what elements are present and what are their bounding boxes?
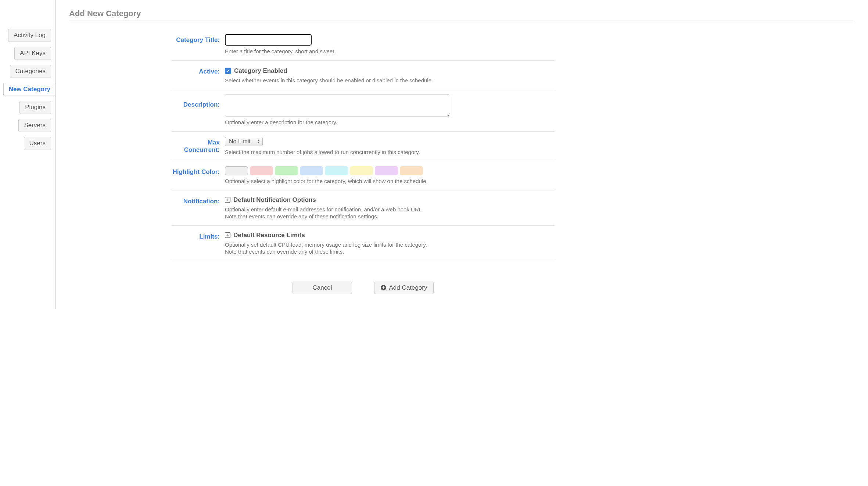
expand-icon [225, 232, 230, 238]
hint-notification: Optionally enter default e-mail addresse… [225, 206, 554, 220]
sidebar-item-api-keys[interactable]: API Keys [14, 47, 51, 60]
swatch-red[interactable] [250, 166, 273, 175]
swatch-blue[interactable] [300, 166, 323, 175]
category-form: Category Title: Enter a title for the ca… [172, 34, 554, 294]
sidebar-item-new-category[interactable]: New Category [3, 83, 55, 96]
page-title: Add New Category [69, 9, 853, 21]
row-notification: Notification: Default Notification Optio… [172, 190, 554, 226]
chevron-updown-icon: ▲▼ [257, 139, 260, 144]
hint-description: Optionally enter a description for the c… [225, 119, 554, 126]
label-active: Active: [172, 66, 220, 84]
label-notification: Notification: [172, 196, 220, 220]
swatch-none[interactable] [225, 166, 248, 175]
swatch-purple[interactable] [375, 166, 398, 175]
label-description: Description: [172, 94, 220, 126]
color-swatches [225, 166, 554, 175]
expand-icon [225, 197, 230, 203]
swatch-yellow[interactable] [350, 166, 373, 175]
limits-expander-label: Default Resource Limits [233, 232, 305, 239]
row-highlight: Highlight Color: Optionally select a hig… [172, 161, 554, 190]
notification-expander[interactable]: Default Notification Options [225, 196, 554, 204]
sidebar-item-plugins[interactable]: Plugins [19, 101, 51, 114]
checkbox-icon: ✓ [225, 68, 231, 74]
description-input[interactable] [225, 94, 450, 117]
cancel-button[interactable]: Cancel [293, 282, 352, 294]
label-max-concurrent: Max Concurrent: [172, 137, 220, 156]
hint-limits: Optionally set default CPU load, memory … [225, 241, 554, 255]
active-check-wrapper[interactable]: ✓ Category Enabled [225, 66, 554, 75]
swatch-orange[interactable] [400, 166, 423, 175]
hint-active: Select whether events in this category s… [225, 77, 554, 84]
sidebar-item-servers[interactable]: Servers [18, 119, 51, 132]
hint-title: Enter a title for the category, short an… [225, 48, 554, 55]
label-limits: Limits: [172, 231, 220, 255]
max-concurrent-value: No Limit [229, 138, 251, 145]
cancel-label: Cancel [313, 284, 332, 292]
add-category-button[interactable]: Add Category [374, 282, 434, 294]
main-panel: Add New Category Category Title: Enter a… [56, 0, 868, 309]
button-row: Cancel Add Category [172, 282, 554, 294]
row-description: Description: Optionally enter a descript… [172, 89, 554, 132]
active-check-label: Category Enabled [234, 67, 287, 75]
hint-highlight: Optionally select a highlight color for … [225, 178, 554, 185]
sidebar-item-users[interactable]: Users [24, 137, 51, 150]
row-title: Category Title: Enter a title for the ca… [172, 34, 554, 61]
plus-circle-icon [381, 285, 386, 290]
swatch-cyan[interactable] [325, 166, 348, 175]
hint-max-concurrent: Select the maximum number of jobs allowe… [225, 149, 554, 156]
row-active: Active: ✓ Category Enabled Select whethe… [172, 61, 554, 90]
row-limits: Limits: Default Resource Limits Optional… [172, 226, 554, 261]
sidebar-item-activity-log[interactable]: Activity Log [8, 29, 51, 42]
submit-label: Add Category [389, 284, 427, 292]
row-max-concurrent: Max Concurrent: No Limit ▲▼ Select the m… [172, 132, 554, 161]
swatch-green[interactable] [275, 166, 298, 175]
label-title: Category Title: [172, 34, 220, 55]
sidebar: Activity Log API Keys Categories New Cat… [0, 0, 56, 309]
max-concurrent-select[interactable]: No Limit ▲▼ [225, 137, 263, 146]
label-highlight: Highlight Color: [172, 166, 220, 185]
notification-expander-label: Default Notification Options [233, 196, 316, 204]
category-title-input[interactable] [225, 34, 312, 46]
sidebar-item-categories[interactable]: Categories [10, 65, 51, 78]
limits-expander[interactable]: Default Resource Limits [225, 231, 554, 239]
